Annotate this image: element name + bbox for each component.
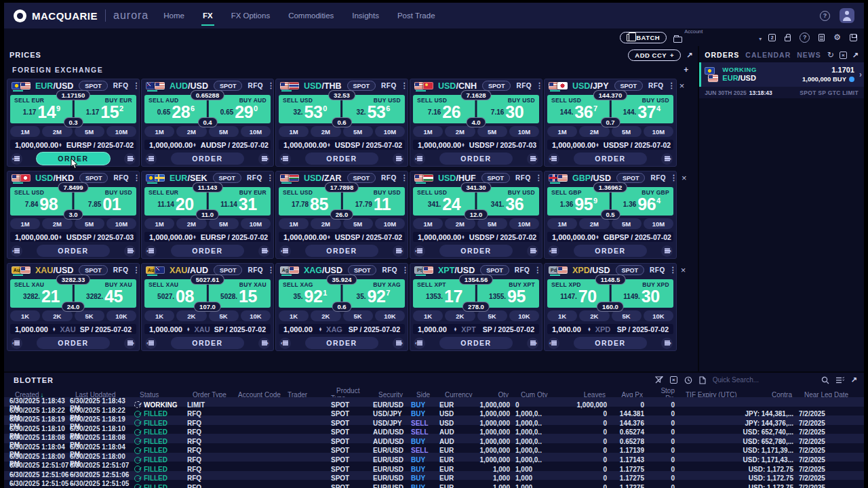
amount-stepper[interactable]: ▲▼	[461, 143, 465, 147]
order-depth-icon[interactable]: ›	[124, 338, 136, 349]
help-icon[interactable]: ?	[800, 33, 810, 43]
column-settings-icon[interactable]	[836, 377, 844, 384]
rfq-button[interactable]: RFQ	[113, 174, 129, 182]
tenor-button[interactable]: 5M	[612, 218, 642, 229]
blotter-row[interactable]: 6/30/2025 1:18:43 PM 6/30/2025 1:18:43 P…	[4, 397, 864, 407]
tenor-button[interactable]: 1M	[10, 218, 40, 229]
tenor-button[interactable]: 10M	[241, 218, 271, 229]
tab-spot[interactable]: SPOT	[214, 265, 243, 275]
tab-spot[interactable]: SPOT	[79, 173, 108, 183]
tenor-button[interactable]: 2K	[579, 310, 609, 321]
tenor-button[interactable]: 5M	[612, 126, 642, 137]
tenor-button[interactable]: 2K	[42, 310, 72, 321]
tenor-button[interactable]: 1M	[144, 126, 174, 137]
amount-input[interactable]: 1,000,000.00	[418, 233, 461, 241]
kebab-menu-icon[interactable]: ⋮	[534, 174, 544, 182]
nav-item[interactable]: Home	[163, 3, 184, 28]
order-depth-icon[interactable]: ›	[124, 245, 136, 257]
tenor-button[interactable]: 1M	[279, 126, 309, 137]
kebab-menu-icon[interactable]: ⋮	[532, 266, 542, 274]
rfq-button[interactable]: RFQ	[515, 174, 531, 182]
tenor-button[interactable]: 10K	[375, 310, 405, 321]
order-depth-icon[interactable]: ›	[661, 338, 673, 349]
tenor-button[interactable]: 1K	[279, 310, 309, 321]
tab-spot[interactable]: SPOT	[214, 81, 243, 91]
rfq-button[interactable]: RFQ	[515, 266, 530, 274]
rfq-button[interactable]: RFQ	[113, 266, 129, 274]
nav-item[interactable]: Post Trade	[397, 3, 435, 28]
kebab-menu-icon[interactable]: ⋮	[266, 266, 276, 274]
amount-input[interactable]: 1,000,000.00	[552, 141, 595, 149]
tenor-button[interactable]: 2M	[579, 126, 609, 137]
tenor-button[interactable]: 10M	[509, 126, 539, 137]
orders-panel-tab[interactable]: ORDERS	[705, 51, 739, 59]
order-depth-icon[interactable]: ›	[527, 245, 538, 257]
order-depth-icon[interactable]: ›	[258, 338, 270, 349]
user-avatar[interactable]	[840, 8, 854, 23]
tenor-button[interactable]: 2M	[42, 218, 72, 229]
tenor-button[interactable]: 5M	[209, 218, 239, 229]
tab-spot[interactable]: SPOT	[481, 173, 511, 183]
order-depth-icon[interactable]: ›	[661, 245, 673, 257]
settlement-date[interactable]: SP / 2025-07-02	[485, 233, 536, 241]
tenor-button[interactable]: 2M	[176, 218, 206, 229]
tab-spot[interactable]: SPOT	[482, 81, 511, 91]
order-button[interactable]: ORDER	[305, 337, 378, 349]
tenor-button[interactable]: 10K	[106, 310, 136, 321]
kebab-menu-icon[interactable]: ⋮	[131, 81, 141, 90]
account-dropdown[interactable]: Account ▾	[673, 30, 762, 45]
ccy-selector[interactable]: XPD	[595, 325, 611, 333]
tenor-button[interactable]: 10M	[375, 126, 405, 137]
add-tile-icon[interactable]: +	[684, 65, 688, 75]
deposit-rates-icon[interactable]: ‹	[11, 245, 22, 257]
rfq-button[interactable]: RFQ	[381, 174, 397, 182]
tenor-button[interactable]: 1M	[279, 218, 309, 229]
amount-stepper[interactable]: ▲▼	[193, 143, 196, 147]
nav-item[interactable]: FX Options	[231, 3, 271, 28]
ccy-selector[interactable]: USD	[335, 141, 351, 149]
export-file-icon[interactable]	[699, 376, 706, 384]
amount-input[interactable]: 1,000,000.00	[552, 233, 595, 241]
refresh-icon[interactable]: ↻	[827, 51, 834, 59]
tenor-button[interactable]: 5M	[75, 126, 104, 137]
tab-spot[interactable]: SPOT	[616, 173, 646, 183]
settlement-date[interactable]: SP / 2025-07-02	[351, 233, 402, 241]
settlement-date[interactable]: SP / 2025-07-02	[483, 325, 534, 333]
settlement-date[interactable]: SP / 2025-07-03	[485, 141, 536, 149]
tenor-button[interactable]: 5K	[612, 310, 642, 321]
amount-stepper[interactable]: ▲▼	[327, 143, 330, 147]
tenor-button[interactable]: 1M	[547, 218, 577, 229]
deposit-rates-icon[interactable]: ‹	[548, 245, 559, 257]
deposit-rates-icon[interactable]: ‹	[414, 245, 425, 257]
ccy-selector[interactable]: GBP	[604, 233, 620, 241]
amount-stepper[interactable]: ▲▼	[587, 327, 591, 331]
rfq-button[interactable]: RFQ	[248, 266, 263, 274]
ccy-selector[interactable]: EUR	[201, 233, 216, 241]
tenor-button[interactable]: 2M	[42, 126, 72, 137]
quick-search-input[interactable]	[713, 376, 814, 384]
amount-input[interactable]: 1,000.00	[283, 325, 313, 333]
deposit-rates-icon[interactable]: ‹	[11, 338, 22, 349]
settlement-date[interactable]: SP / 2025-07-02	[620, 233, 671, 241]
rfq-button[interactable]: RFQ	[650, 266, 665, 274]
tenor-button[interactable]: 5K	[209, 310, 239, 321]
ccy-selector[interactable]: AUD	[201, 141, 217, 149]
amount-stepper[interactable]: ▲▼	[193, 235, 196, 239]
tenor-button[interactable]: 10K	[241, 310, 271, 321]
gear-icon[interactable]: ⚙	[833, 33, 841, 41]
settlement-date[interactable]: SP / 2025-07-02	[82, 141, 134, 149]
ccy-selector[interactable]: USD	[604, 141, 619, 149]
settlement-date[interactable]: SP / 2025-07-02	[351, 141, 402, 149]
amount-input[interactable]: 1,000.00	[418, 325, 447, 333]
rfq-button[interactable]: RFQ	[650, 174, 666, 182]
order-depth-icon[interactable]: ›	[258, 153, 270, 165]
order-button[interactable]: ORDER	[574, 245, 647, 257]
deposit-rates-icon[interactable]: ‹	[548, 153, 559, 165]
rfq-button[interactable]: RFQ	[382, 266, 397, 274]
amount-input[interactable]: 1,000.000	[15, 325, 48, 333]
order-depth-icon[interactable]: ›	[124, 153, 136, 165]
lock-icon[interactable]	[785, 37, 791, 41]
deposit-rates-icon[interactable]: ‹	[145, 245, 157, 257]
settlement-date[interactable]: SP / 2025-07-02	[617, 325, 669, 333]
order-button[interactable]: ORDER	[37, 245, 110, 257]
